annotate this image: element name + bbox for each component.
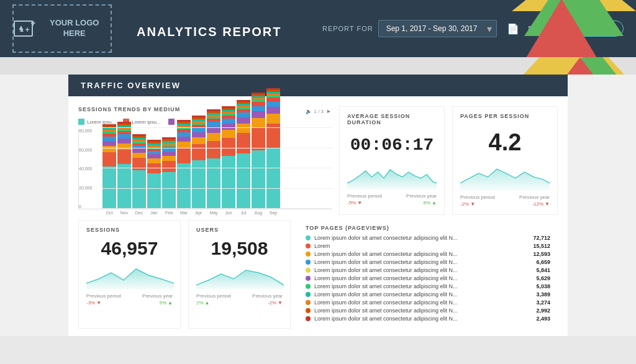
sessions-trends-panel: SESSIONS TRENDS BY MEDIUM 🔈 1 / 3 ► Lore… bbox=[78, 106, 332, 215]
users-panel: USERS 19,508 Previous period Previous ye… bbox=[188, 220, 291, 329]
logo-box: ▲ + YOUR LOGO HERE bbox=[12, 4, 112, 53]
users-value: 19,508 bbox=[196, 233, 283, 262]
x-label: Nov bbox=[117, 211, 132, 215]
users-prev-year-change: -2% ▼ bbox=[268, 300, 283, 306]
bar-segment bbox=[252, 106, 265, 111]
page-views: 3,274 bbox=[527, 299, 550, 306]
bar-segment bbox=[192, 128, 206, 132]
page-views: 5,841 bbox=[527, 267, 550, 273]
date-select[interactable]: Sep 1, 2017 - Sep 30, 2017 bbox=[378, 20, 497, 37]
chart-nav: 🔈 1 / 3 ► bbox=[306, 108, 332, 114]
page-dot bbox=[306, 252, 311, 257]
bar-group bbox=[237, 100, 250, 209]
bar-segment bbox=[252, 102, 265, 106]
sessions-prev-year-label: Previous year bbox=[142, 293, 173, 299]
x-label: Oct bbox=[102, 211, 117, 215]
page-dot bbox=[306, 260, 311, 265]
pages-changes: -2% ▼ -12% ▼ bbox=[460, 201, 550, 207]
bar-segment bbox=[207, 122, 220, 127]
users-title: USERS bbox=[196, 227, 283, 233]
bar-segment bbox=[102, 141, 116, 146]
x-label: Mar bbox=[176, 211, 191, 215]
pages-footer: Previous period Previous year bbox=[460, 194, 550, 200]
bar-segment bbox=[266, 148, 280, 209]
avg-prev-year-change: 8% ▲ bbox=[424, 200, 437, 206]
pages-prev-year-label: Previous year bbox=[519, 194, 550, 200]
sessions-title: SESSIONS bbox=[86, 227, 173, 233]
users-footer-changes: 2% ▲ -2% ▼ bbox=[196, 300, 283, 306]
page-dot bbox=[306, 300, 311, 305]
x-label: Sep bbox=[266, 211, 281, 215]
bar-segment bbox=[177, 132, 191, 137]
top-pages-panel: TOP PAGES (PAGEVIEWS) Lorem ipsum dolor … bbox=[298, 220, 558, 329]
y-labels: 80,00060,00040,00020,0000 bbox=[79, 129, 92, 209]
bar-segment bbox=[252, 118, 265, 128]
bar-segment bbox=[177, 148, 191, 163]
bar-segment bbox=[102, 152, 116, 166]
bar-segment bbox=[237, 133, 250, 153]
sessions-footer-labels: Previous period Previous year bbox=[86, 293, 173, 299]
date-range-dropdown[interactable]: Sep 1, 2017 - Sep 30, 2017 bbox=[378, 20, 497, 37]
bar-segment bbox=[162, 161, 176, 172]
users-prev-period-label: Previous period bbox=[196, 293, 231, 299]
bar-segment bbox=[177, 137, 191, 142]
list-item: Lorem ipsum dolor sit amet consectetur a… bbox=[306, 235, 550, 241]
bar-chart-area: 80,00060,00040,00020,0000 bbox=[78, 129, 332, 209]
bar-segment bbox=[102, 137, 116, 141]
page-title: ANALYTICS REPORT bbox=[137, 25, 282, 45]
nav-right-icon[interactable]: ► bbox=[326, 108, 332, 114]
page-views: 6,659 bbox=[527, 259, 550, 265]
section-body-top: SESSIONS TRENDS BY MEDIUM 🔈 1 / 3 ► Lore… bbox=[68, 96, 568, 220]
bar-group bbox=[252, 93, 265, 209]
y-label: 20,000 bbox=[79, 186, 92, 190]
list-item: Lorem ipsum dolor sit amet consectetur a… bbox=[306, 316, 550, 322]
chart-nav-text: 1 / 3 bbox=[314, 109, 324, 114]
sessions-prev-year-change: 9% ▲ bbox=[160, 300, 173, 306]
page-name: Lorem ipsum dolor sit amet consectetur a… bbox=[314, 275, 523, 281]
page-views: 3,389 bbox=[527, 291, 550, 298]
down-arrow-icon2: ▼ bbox=[470, 201, 475, 207]
sessions-value: 46,957 bbox=[86, 233, 173, 262]
bar-segment bbox=[192, 132, 206, 137]
page-name: Lorem ipsum dolor sit amet consectetur a… bbox=[314, 291, 523, 298]
top-pages-title: TOP PAGES (PAGEVIEWS) bbox=[306, 225, 550, 231]
white-card: TRAFFIC OVERVIEW SESSIONS TRENDS BY MEDI… bbox=[68, 75, 568, 336]
users-prev-period-change: 2% ▲ bbox=[196, 300, 209, 306]
bar-segment bbox=[132, 148, 146, 153]
pages-sparkline bbox=[460, 160, 550, 191]
page-views: 72,712 bbox=[527, 235, 550, 241]
bar-segment bbox=[162, 172, 176, 209]
sessions-sparkline bbox=[86, 262, 174, 289]
bar-segment bbox=[162, 156, 176, 161]
bar-segment bbox=[117, 150, 131, 164]
bar-segment bbox=[192, 137, 206, 144]
bar-group bbox=[132, 134, 146, 209]
page-views: 2,493 bbox=[527, 316, 550, 322]
page-dot bbox=[306, 268, 311, 273]
bar-group bbox=[266, 88, 280, 209]
bar-segment bbox=[147, 163, 161, 173]
bar-segment bbox=[237, 112, 250, 117]
x-label: May bbox=[206, 211, 221, 215]
x-label: Feb bbox=[161, 211, 176, 215]
bar-segment bbox=[266, 107, 280, 114]
pages-prev-period-change: -2% ▼ bbox=[460, 201, 475, 207]
bar-segment bbox=[177, 163, 191, 209]
bar-segment bbox=[266, 102, 280, 107]
bottom-section: SESSIONS 46,957 Previous period Previous… bbox=[68, 220, 568, 336]
list-item: Lorem ipsum dolor sit amet consectetur a… bbox=[306, 267, 550, 273]
bar-segment bbox=[147, 173, 161, 209]
avg-session-sparkline bbox=[347, 158, 437, 189]
sessions-down-icon: ▼ bbox=[96, 300, 101, 306]
page-views: 2,992 bbox=[527, 307, 550, 314]
x-label: Jan bbox=[147, 211, 161, 215]
down-arrow-icon: ▼ bbox=[357, 200, 362, 206]
page-dot bbox=[306, 276, 311, 281]
pages-per-session-value: 4.2 bbox=[460, 123, 550, 160]
list-item: Lorem ipsum dolor sit amet consectetur a… bbox=[306, 259, 550, 265]
bar-group bbox=[102, 124, 116, 209]
header: ▲ + YOUR LOGO HERE ANALYTICS REPORT REPO… bbox=[0, 0, 636, 57]
main-content: TRAFFIC OVERVIEW SESSIONS TRENDS BY MEDI… bbox=[0, 75, 636, 336]
bar-group bbox=[117, 122, 131, 209]
page-dot bbox=[306, 243, 311, 248]
